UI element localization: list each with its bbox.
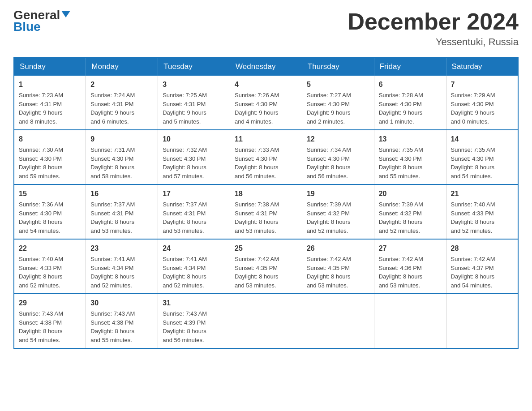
title-block: December 2024 Yessentuki, Russia [348,9,519,48]
day-cell-2: 2 Sunrise: 7:24 AM Sunset: 4:31 PM Dayli… [86,76,158,130]
logo-blue: Blue [13,20,41,34]
day-info: Sunrise: 7:23 AM Sunset: 4:31 PM Dayligh… [19,91,81,126]
day-number: 17 [163,188,225,199]
day-number: 7 [451,79,513,90]
day-cell-5: 5 Sunrise: 7:27 AM Sunset: 4:30 PM Dayli… [302,76,374,130]
day-info: Sunrise: 7:41 AM Sunset: 4:34 PM Dayligh… [163,255,225,290]
day-cell-14: 14 Sunrise: 7:35 AM Sunset: 4:30 PM Dayl… [446,130,518,184]
day-cell-9: 9 Sunrise: 7:31 AM Sunset: 4:30 PM Dayli… [86,130,158,184]
week-row-1: 1 Sunrise: 7:23 AM Sunset: 4:31 PM Dayli… [14,76,518,130]
day-number: 27 [379,243,442,254]
week-row-5: 29 Sunrise: 7:43 AM Sunset: 4:38 PM Dayl… [14,294,518,348]
day-number: 25 [235,243,297,254]
day-cell-3: 3 Sunrise: 7:25 AM Sunset: 4:31 PM Dayli… [158,76,230,130]
day-number: 21 [451,188,513,199]
day-cell-1: 1 Sunrise: 7:23 AM Sunset: 4:31 PM Dayli… [14,76,86,130]
day-number: 18 [235,188,297,199]
day-cell-20: 20 Sunrise: 7:39 AM Sunset: 4:32 PM Dayl… [374,184,446,239]
day-info: Sunrise: 7:27 AM Sunset: 4:30 PM Dayligh… [307,91,369,126]
day-info: Sunrise: 7:42 AM Sunset: 4:36 PM Dayligh… [379,255,442,290]
day-number: 6 [379,79,442,90]
day-number: 4 [235,79,297,90]
day-info: Sunrise: 7:33 AM Sunset: 4:30 PM Dayligh… [235,146,297,180]
day-cell-30: 30 Sunrise: 7:43 AM Sunset: 4:38 PM Dayl… [86,294,158,348]
day-info: Sunrise: 7:39 AM Sunset: 4:32 PM Dayligh… [379,200,442,235]
day-info: Sunrise: 7:43 AM Sunset: 4:39 PM Dayligh… [163,309,225,344]
day-cell-26: 26 Sunrise: 7:42 AM Sunset: 4:35 PM Dayl… [302,239,374,294]
header-thursday: Thursday [302,57,374,76]
location: Yessentuki, Russia [348,36,519,48]
day-info: Sunrise: 7:28 AM Sunset: 4:30 PM Dayligh… [379,91,442,126]
day-info: Sunrise: 7:30 AM Sunset: 4:30 PM Dayligh… [19,146,81,180]
day-number: 26 [307,243,369,254]
day-cell-21: 21 Sunrise: 7:40 AM Sunset: 4:33 PM Dayl… [446,184,518,239]
day-cell-31: 31 Sunrise: 7:43 AM Sunset: 4:39 PM Dayl… [158,294,230,348]
header-sunday: Sunday [14,57,86,76]
day-number: 20 [379,188,442,199]
day-number: 13 [379,134,442,145]
day-cell-24: 24 Sunrise: 7:41 AM Sunset: 4:34 PM Dayl… [158,239,230,294]
week-row-3: 15 Sunrise: 7:36 AM Sunset: 4:30 PM Dayl… [14,184,518,239]
day-cell-11: 11 Sunrise: 7:33 AM Sunset: 4:30 PM Dayl… [230,130,302,184]
day-number: 31 [163,298,225,308]
month-title: December 2024 [348,9,519,34]
day-info: Sunrise: 7:26 AM Sunset: 4:30 PM Dayligh… [235,91,297,126]
day-cell-22: 22 Sunrise: 7:40 AM Sunset: 4:33 PM Dayl… [14,239,86,294]
header-friday: Friday [374,57,446,76]
day-info: Sunrise: 7:37 AM Sunset: 4:31 PM Dayligh… [163,200,225,235]
day-info: Sunrise: 7:40 AM Sunset: 4:33 PM Dayligh… [451,200,513,235]
day-info: Sunrise: 7:42 AM Sunset: 4:37 PM Dayligh… [451,255,513,290]
day-cell-12: 12 Sunrise: 7:34 AM Sunset: 4:30 PM Dayl… [302,130,374,184]
calendar-table: SundayMondayTuesdayWednesdayThursdayFrid… [13,57,519,349]
day-info: Sunrise: 7:25 AM Sunset: 4:31 PM Dayligh… [163,91,225,126]
day-cell-25: 25 Sunrise: 7:42 AM Sunset: 4:35 PM Dayl… [230,239,302,294]
day-number: 30 [90,298,153,308]
day-number: 11 [235,134,297,145]
day-number: 29 [19,298,81,308]
day-number: 19 [307,188,369,199]
page-header: General Blue December 2024 Yessentuki, R… [13,9,519,48]
day-number: 1 [19,79,81,90]
day-number: 5 [307,79,369,90]
day-number: 8 [19,134,81,145]
day-info: Sunrise: 7:42 AM Sunset: 4:35 PM Dayligh… [307,255,369,290]
day-info: Sunrise: 7:43 AM Sunset: 4:38 PM Dayligh… [19,309,81,344]
day-number: 12 [307,134,369,145]
day-cell-10: 10 Sunrise: 7:32 AM Sunset: 4:30 PM Dayl… [158,130,230,184]
day-info: Sunrise: 7:41 AM Sunset: 4:34 PM Dayligh… [90,255,153,290]
day-info: Sunrise: 7:42 AM Sunset: 4:35 PM Dayligh… [235,255,297,290]
day-number: 3 [163,79,225,90]
day-info: Sunrise: 7:39 AM Sunset: 4:32 PM Dayligh… [307,200,369,235]
day-number: 22 [19,243,81,254]
day-cell-4: 4 Sunrise: 7:26 AM Sunset: 4:30 PM Dayli… [230,76,302,130]
day-info: Sunrise: 7:35 AM Sunset: 4:30 PM Dayligh… [379,146,442,180]
day-cell-15: 15 Sunrise: 7:36 AM Sunset: 4:30 PM Dayl… [14,184,86,239]
day-cell-18: 18 Sunrise: 7:38 AM Sunset: 4:31 PM Dayl… [230,184,302,239]
week-row-4: 22 Sunrise: 7:40 AM Sunset: 4:33 PM Dayl… [14,239,518,294]
day-cell-8: 8 Sunrise: 7:30 AM Sunset: 4:30 PM Dayli… [14,130,86,184]
empty-cell [446,294,518,348]
calendar-header-row: SundayMondayTuesdayWednesdayThursdayFrid… [14,57,518,76]
header-monday: Monday [86,57,158,76]
day-cell-29: 29 Sunrise: 7:43 AM Sunset: 4:38 PM Dayl… [14,294,86,348]
header-tuesday: Tuesday [158,57,230,76]
day-cell-7: 7 Sunrise: 7:29 AM Sunset: 4:30 PM Dayli… [446,76,518,130]
day-number: 10 [163,134,225,145]
day-info: Sunrise: 7:24 AM Sunset: 4:31 PM Dayligh… [90,91,153,126]
empty-cell [230,294,302,348]
header-wednesday: Wednesday [230,57,302,76]
day-number: 24 [163,243,225,254]
day-info: Sunrise: 7:35 AM Sunset: 4:30 PM Dayligh… [451,146,513,180]
day-info: Sunrise: 7:40 AM Sunset: 4:33 PM Dayligh… [19,255,81,290]
day-number: 14 [451,134,513,145]
day-cell-16: 16 Sunrise: 7:37 AM Sunset: 4:31 PM Dayl… [86,184,158,239]
day-info: Sunrise: 7:32 AM Sunset: 4:30 PM Dayligh… [163,146,225,180]
day-info: Sunrise: 7:36 AM Sunset: 4:30 PM Dayligh… [19,200,81,235]
day-number: 9 [90,134,153,145]
day-number: 15 [19,188,81,199]
header-saturday: Saturday [446,57,518,76]
day-cell-28: 28 Sunrise: 7:42 AM Sunset: 4:37 PM Dayl… [446,239,518,294]
day-number: 28 [451,243,513,254]
day-info: Sunrise: 7:34 AM Sunset: 4:30 PM Dayligh… [307,146,369,180]
day-number: 2 [90,79,153,90]
